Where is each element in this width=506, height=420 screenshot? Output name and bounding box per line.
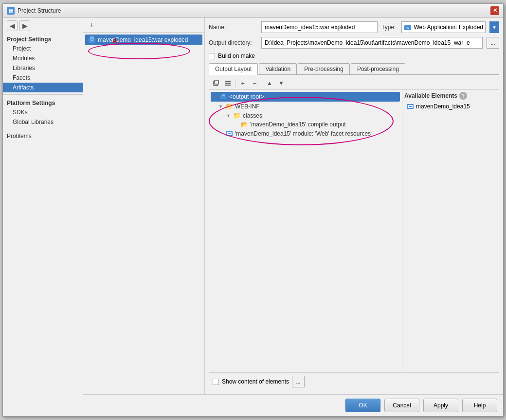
svg-rect-7: [225, 81, 231, 82]
type-value: Web Application: Exploded: [414, 24, 483, 31]
copy-icon: [212, 79, 220, 87]
available-elements-item[interactable]: mavenDemo_idea15: [404, 102, 497, 111]
output-copy-btn[interactable]: [211, 78, 221, 88]
output-root-label: <output root>: [229, 93, 264, 100]
show-content-label: Show content of elements: [222, 378, 289, 385]
name-label: Name:: [209, 24, 257, 31]
tab-post-processing[interactable]: Post-processing: [351, 63, 405, 74]
sidebar: ◀ ▶ Project Settings Project Modules Lib…: [3, 18, 83, 416]
sidebar-divider2: [3, 129, 83, 129]
forward-button[interactable]: ▶: [19, 20, 30, 31]
project-structure-window: ▤ Project Structure ✕ ◀ ▶ Project Settin…: [2, 3, 504, 417]
output-dir-row: Output directory: ...: [209, 37, 499, 49]
output-toolbar: + − ▲ ▼: [209, 77, 499, 90]
available-elements-panel: Available Elements ? mavenDem: [402, 90, 499, 372]
footer: OK Cancel Apply Help: [83, 394, 503, 416]
type-icon: W: [404, 23, 412, 31]
sidebar-item-modules[interactable]: Modules: [3, 53, 83, 63]
platform-settings-section: Platform Settings: [3, 97, 83, 107]
tree-row-web-facet[interactable]: 'mavenDemo_idea15' module: 'Web' facet r…: [211, 129, 400, 139]
available-item-label: mavenDemo_idea15: [416, 103, 470, 110]
sidebar-nav: ◀ ▶: [3, 19, 83, 32]
svg-rect-11: [222, 94, 225, 96]
help-button[interactable]: Help: [462, 399, 497, 412]
svg-rect-6: [215, 80, 218, 84]
detail-panel: Name: Type: W Web Application: Exploded …: [205, 18, 503, 394]
output-up-btn[interactable]: ▲: [264, 78, 275, 88]
sidebar-divider: [3, 94, 83, 95]
available-elements-header: Available Elements ?: [404, 92, 497, 100]
sidebar-item-facets[interactable]: Facets: [3, 73, 83, 83]
output-layout-content: + − ▲ ▼ B: [209, 77, 499, 390]
ok-button[interactable]: OK: [345, 399, 380, 412]
svg-rect-8: [225, 83, 231, 84]
right-panel: + − W mavenDemo_idea15:war exploded: [83, 18, 503, 416]
back-button[interactable]: ◀: [7, 20, 18, 31]
type-select[interactable]: W Web Application: Exploded: [401, 21, 486, 33]
name-input[interactable]: [261, 21, 378, 33]
sidebar-item-problems[interactable]: Problems: [3, 131, 83, 141]
tabs-bar: Output Layout Validation Pre-processing …: [209, 63, 499, 75]
output-split: B ▼ <output roo: [209, 90, 499, 372]
list-icon: [224, 79, 232, 87]
expand-icon: ▼: [213, 94, 217, 99]
folder-icon: 📁: [225, 103, 233, 110]
tree-row-web-inf[interactable]: ▼ 📁 WEB-INF: [211, 102, 400, 111]
tree-row-output-root[interactable]: ▼ <output root>: [211, 92, 400, 102]
artifact-list-toolbar: + −: [83, 18, 204, 33]
main-content: ◀ ▶ Project Settings Project Modules Lib…: [3, 18, 503, 416]
sidebar-item-sdks[interactable]: SDKs: [3, 107, 83, 117]
browse-button[interactable]: ...: [487, 37, 499, 49]
svg-rect-14: [228, 133, 231, 134]
avail-module-icon: [406, 103, 414, 110]
name-row: Name: Type: W Web Application: Exploded …: [209, 21, 499, 33]
apply-button[interactable]: Apply: [423, 399, 458, 412]
help-icon-button[interactable]: ?: [459, 92, 467, 100]
sidebar-item-global-libraries[interactable]: Global Libraries: [3, 117, 83, 127]
svg-rect-9: [225, 85, 231, 86]
window-icon: ▤: [7, 7, 15, 15]
cancel-button[interactable]: Cancel: [384, 399, 419, 412]
compile-output-label: 'mavenDemo_idea15' compile output: [250, 121, 346, 128]
output-add-btn[interactable]: +: [237, 78, 248, 88]
window-title: Project Structure: [18, 7, 61, 14]
sidebar-item-artifacts[interactable]: Artifacts: [3, 83, 83, 92]
annotation-label-a: A: [112, 37, 117, 45]
tab-output-layout[interactable]: Output Layout: [209, 63, 258, 75]
tree-row-classes[interactable]: ▼ 📁 classes: [211, 111, 400, 120]
output-tree: B ▼ <output roo: [209, 90, 402, 372]
title-bar-left: ▤ Project Structure: [7, 7, 61, 15]
close-button[interactable]: ✕: [490, 6, 499, 15]
artifact-list-content: W mavenDemo_idea15:war exploded: [83, 33, 204, 394]
remove-artifact-button[interactable]: −: [99, 19, 109, 30]
artifact-item[interactable]: W mavenDemo_idea15:war exploded: [85, 35, 202, 45]
artifact-item-label: mavenDemo_idea15:war exploded: [98, 36, 188, 43]
artifact-list-panel: + − W mavenDemo_idea15:war exploded: [83, 18, 205, 394]
tab-pre-processing[interactable]: Pre-processing: [298, 63, 350, 74]
show-content-checkbox[interactable]: [213, 379, 219, 385]
show-content-btn[interactable]: ...: [292, 376, 305, 387]
output-list-btn[interactable]: [222, 78, 233, 88]
folder-icon2: 📁: [233, 112, 241, 119]
build-on-make-checkbox[interactable]: [209, 53, 215, 59]
output-dir-input[interactable]: [261, 37, 483, 49]
output-remove-btn[interactable]: −: [249, 78, 260, 88]
tab-validation[interactable]: Validation: [259, 63, 297, 74]
sidebar-item-project[interactable]: Project: [3, 44, 83, 53]
type-dropdown-button[interactable]: ▼: [489, 21, 499, 33]
module-icon: [225, 130, 233, 138]
title-bar: ▤ Project Structure ✕: [3, 4, 503, 18]
output-down-btn[interactable]: ▼: [276, 78, 287, 88]
svg-text:W: W: [407, 26, 410, 29]
build-on-make-row: Build on make: [209, 52, 499, 59]
sidebar-item-libraries[interactable]: Libraries: [3, 63, 83, 73]
add-artifact-button[interactable]: +: [86, 19, 97, 30]
output-root-icon: [219, 93, 227, 101]
artifact-icon: W: [88, 36, 96, 44]
project-settings-section: Project Settings: [3, 33, 83, 44]
show-content-row: Show content of elements ...: [209, 372, 499, 390]
type-label: Type:: [381, 24, 396, 31]
output-dir-label: Output directory:: [209, 39, 257, 46]
tree-row-compile-output[interactable]: 📂 'mavenDemo_idea15' compile output: [211, 120, 400, 129]
svg-text:W: W: [90, 39, 93, 42]
